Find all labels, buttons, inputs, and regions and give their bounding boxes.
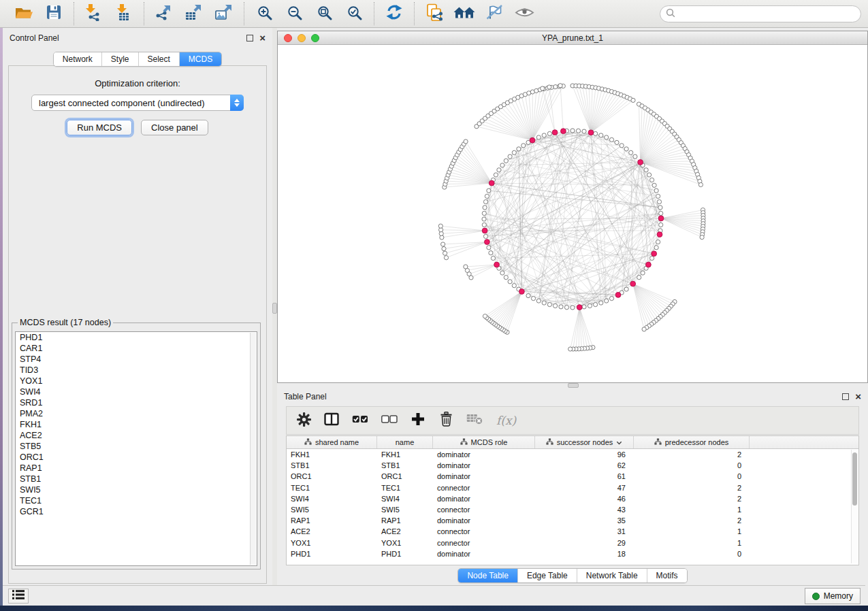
table-row[interactable]: FKH1FKH1dominator962 xyxy=(287,449,858,460)
plus-button[interactable] xyxy=(411,412,425,429)
table-cell: 61 xyxy=(535,472,634,480)
panes-icon xyxy=(324,412,339,429)
zoom-selected-icon xyxy=(347,5,362,23)
table-row[interactable]: SWI5SWI5connector431 xyxy=(287,504,858,515)
tab-motifs[interactable]: Motifs xyxy=(647,569,687,582)
mcds-node-item[interactable]: ORC1 xyxy=(16,452,257,463)
tab-edge-table[interactable]: Edge Table xyxy=(518,569,577,582)
column-label: shared name xyxy=(315,438,359,446)
zoom-out-button[interactable] xyxy=(284,3,304,24)
mcds-node-item[interactable]: STB1 xyxy=(16,474,257,484)
mcds-result-list: PHD1CAR1STP4TID3YOX1SWI4SRD1PMA2FKH1ACE2… xyxy=(15,331,257,566)
refresh-button[interactable] xyxy=(384,3,404,24)
close-panel-icon[interactable]: × xyxy=(259,35,266,42)
mcds-node-item[interactable]: SWI4 xyxy=(16,386,257,397)
table-row[interactable]: ORC1ORC1dominator610 xyxy=(287,471,858,482)
memory-button[interactable]: Memory xyxy=(805,588,861,604)
tab-network[interactable]: Network xyxy=(54,52,102,66)
network-window-titlebar[interactable]: YPA_prune.txt_1 xyxy=(278,31,867,45)
zoom-in-button[interactable] xyxy=(254,3,274,24)
export-image-button[interactable] xyxy=(214,3,234,24)
column-header-shared-name[interactable]: shared name xyxy=(287,436,377,448)
table-cell: RAP1 xyxy=(287,516,377,525)
column-header-predecessor-nodes[interactable]: predecessor nodes xyxy=(634,436,750,448)
close-table-panel-icon[interactable]: × xyxy=(855,393,861,400)
tab-style[interactable]: Style xyxy=(102,52,139,66)
mcds-node-item[interactable]: FKH1 xyxy=(16,419,257,430)
table-cell: 35 xyxy=(535,516,634,525)
mcds-node-item[interactable]: TEC1 xyxy=(16,495,257,506)
network-from-selection-button[interactable] xyxy=(424,3,445,24)
check-all-button[interactable] xyxy=(352,412,368,429)
tab-mcds[interactable]: MCDS xyxy=(180,52,221,66)
uncheck-all-button[interactable] xyxy=(381,412,398,429)
search-field[interactable] xyxy=(660,5,861,22)
mcds-node-item[interactable]: SWI5 xyxy=(16,484,257,495)
search-input[interactable] xyxy=(679,10,855,19)
open-file-button[interactable] xyxy=(14,3,34,24)
table-row[interactable]: SWI4SWI4dominator462 xyxy=(287,493,858,504)
gear-button[interactable] xyxy=(296,412,311,429)
table-cell: dominator xyxy=(433,516,535,525)
table-row[interactable]: STB1STB1dominator620 xyxy=(287,460,858,471)
panes-button[interactable] xyxy=(324,412,339,429)
table-row[interactable]: TEC1TEC1connector472 xyxy=(287,482,858,493)
tab-select[interactable]: Select xyxy=(139,52,180,66)
tab-node-table[interactable]: Node Table xyxy=(458,569,518,582)
mcds-node-item[interactable]: STP4 xyxy=(16,354,257,365)
column-label: successor nodes xyxy=(557,438,613,446)
mcds-list-scrollbar[interactable] xyxy=(250,333,256,565)
mcds-node-item[interactable]: GCR1 xyxy=(16,506,257,517)
mcds-node-item[interactable]: YOX1 xyxy=(16,376,257,386)
mcds-node-item[interactable]: STB5 xyxy=(16,441,257,452)
eye-button[interactable] xyxy=(514,3,534,24)
table-cell: 2 xyxy=(634,516,750,525)
trash-button[interactable] xyxy=(438,412,453,429)
float-panel-icon[interactable] xyxy=(246,35,253,42)
horizontal-splitter-handle[interactable] xyxy=(568,383,579,388)
tab-network-table[interactable]: Network Table xyxy=(577,569,647,582)
table-cell: 0 xyxy=(634,461,750,469)
import-network-button[interactable] xyxy=(84,3,104,24)
export-table-button[interactable] xyxy=(184,3,204,24)
horizontal-splitter[interactable] xyxy=(277,383,868,388)
network-from-selection-icon xyxy=(426,3,443,24)
table-row[interactable]: PHD1PHD1dominator180 xyxy=(287,548,858,559)
vertical-splitter[interactable] xyxy=(272,28,277,587)
mcds-node-item[interactable]: PHD1 xyxy=(16,332,257,343)
fx-icon: f(x) xyxy=(496,414,516,427)
mcds-node-item[interactable]: CAR1 xyxy=(16,343,257,354)
vertical-splitter-handle[interactable] xyxy=(272,303,277,314)
close-panel-button[interactable]: Close panel xyxy=(141,120,208,135)
float-table-panel-icon[interactable] xyxy=(842,393,849,400)
network-graph[interactable] xyxy=(278,45,867,382)
column-header-successor-nodes[interactable]: successor nodes xyxy=(535,436,634,448)
table-header-row: shared namenameMCDS rolesuccessor nodesp… xyxy=(287,436,858,449)
save-button[interactable] xyxy=(44,3,64,24)
table-cell: 1 xyxy=(634,506,750,514)
table-row[interactable]: RAP1RAP1dominator352 xyxy=(287,515,858,526)
houses-button[interactable] xyxy=(454,3,475,24)
column-header-name[interactable]: name xyxy=(377,436,433,448)
import-table-button[interactable] xyxy=(114,3,134,24)
export-network-button[interactable] xyxy=(154,3,174,24)
table-row[interactable]: YOX1YOX1connector291 xyxy=(287,538,858,548)
mcds-node-item[interactable]: SRD1 xyxy=(16,397,257,408)
column-header-MCDS-role[interactable]: MCDS role xyxy=(433,436,535,448)
table-cell: 2 xyxy=(634,495,750,503)
table-row[interactable]: ACE2ACE2connector311 xyxy=(287,526,858,537)
zoom-fit-button[interactable] xyxy=(314,3,334,24)
table-cell: STB1 xyxy=(377,461,433,469)
mcds-node-item[interactable]: RAP1 xyxy=(16,463,257,474)
mcds-node-item[interactable]: PMA2 xyxy=(16,408,257,419)
table-scrollbar-thumb[interactable] xyxy=(852,452,857,506)
tree-icon xyxy=(654,438,662,446)
zoom-selected-button[interactable] xyxy=(344,3,364,24)
task-history-button[interactable] xyxy=(8,589,29,604)
hide-annotations-button[interactable] xyxy=(484,3,504,24)
run-mcds-button[interactable]: Run MCDS xyxy=(67,120,132,135)
mcds-node-item[interactable]: TID3 xyxy=(16,365,257,376)
mcds-node-item[interactable]: ACE2 xyxy=(16,430,257,441)
optimization-criterion-select[interactable]: largest connected component (undirected) xyxy=(31,95,244,111)
network-view[interactable] xyxy=(278,45,867,382)
